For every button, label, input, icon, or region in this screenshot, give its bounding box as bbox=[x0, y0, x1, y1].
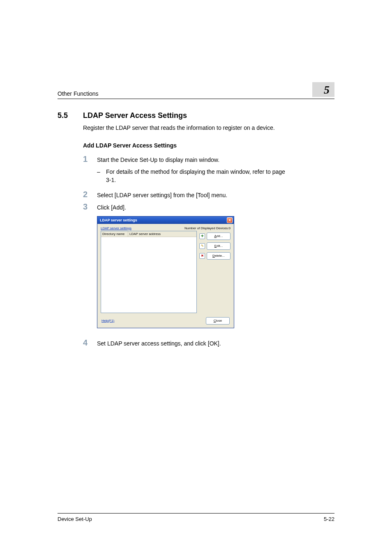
device-count-label: Number of Displayed Devices:0 bbox=[184, 226, 231, 230]
dash-icon: – bbox=[97, 168, 101, 175]
delete-icon: ✖ bbox=[199, 253, 205, 259]
column-server-address[interactable]: LDAP server address bbox=[128, 232, 196, 236]
step-2: 2 Select [LDAP server settings] from the… bbox=[83, 190, 334, 200]
step-1: 1 Start the Device Set-Up to display mai… bbox=[83, 154, 334, 164]
ldap-dialog-screenshot: LDAP server settings X LDAP server setti… bbox=[97, 216, 334, 328]
column-directory-name[interactable]: Directory name bbox=[101, 231, 128, 237]
add-button[interactable]: Add... bbox=[207, 233, 231, 240]
page-footer: Device Set-Up 5-22 bbox=[58, 513, 334, 522]
step-text: Start the Device Set-Up to display main … bbox=[97, 156, 219, 164]
list-header: Directory name LDAP server address bbox=[101, 231, 196, 237]
intro-paragraph: Register the LDAP server that reads the … bbox=[83, 124, 334, 132]
section-number: 5.5 bbox=[58, 111, 74, 120]
section-heading: 5.5 LDAP Server Access Settings bbox=[58, 111, 334, 120]
section-title: LDAP Server Access Settings bbox=[83, 111, 187, 120]
step-number: 4 bbox=[83, 338, 90, 348]
edit-button[interactable]: Edit... bbox=[207, 242, 231, 250]
close-icon[interactable]: X bbox=[227, 217, 233, 223]
step-number: 2 bbox=[83, 190, 90, 199]
add-icon: ✚ bbox=[199, 233, 205, 239]
step-4: 4 Set LDAP server access settings, and c… bbox=[83, 338, 334, 348]
close-button[interactable]: Close bbox=[206, 317, 230, 325]
ldap-settings-link[interactable]: LDAP server settings bbox=[101, 226, 131, 230]
step-text: Select [LDAP server settings] from the [… bbox=[97, 191, 227, 200]
page-header: Other Functions 5 bbox=[58, 82, 334, 99]
step-number: 1 bbox=[83, 154, 90, 164]
footer-page-number: 5-22 bbox=[324, 516, 334, 522]
step-text: Click [Add]. bbox=[97, 204, 126, 212]
step-text: Set LDAP server access settings, and cli… bbox=[97, 340, 221, 348]
help-link[interactable]: Help(F1) bbox=[101, 319, 114, 322]
step-sub-text: For details of the method for displaying… bbox=[106, 168, 291, 184]
dialog-titlebar: LDAP server settings X bbox=[97, 216, 234, 224]
edit-icon: ✎ bbox=[199, 243, 205, 249]
step-1-detail: – For details of the method for displayi… bbox=[97, 168, 334, 184]
chapter-number-badge: 5 bbox=[312, 82, 334, 97]
dialog-title: LDAP server settings bbox=[100, 218, 137, 222]
breadcrumb: Other Functions bbox=[58, 90, 99, 97]
ldap-server-settings-dialog: LDAP server settings X LDAP server setti… bbox=[97, 216, 234, 328]
step-number: 3 bbox=[83, 202, 90, 212]
footer-left: Device Set-Up bbox=[58, 516, 92, 522]
ldap-server-list[interactable]: Directory name LDAP server address bbox=[101, 231, 197, 313]
dialog-top-row: LDAP server settings Number of Displayed… bbox=[101, 226, 231, 230]
subsection-title: Add LDAP Server Access Settings bbox=[83, 142, 334, 149]
delete-button[interactable]: Delete... bbox=[207, 252, 231, 260]
step-3: 3 Click [Add]. bbox=[83, 202, 334, 212]
